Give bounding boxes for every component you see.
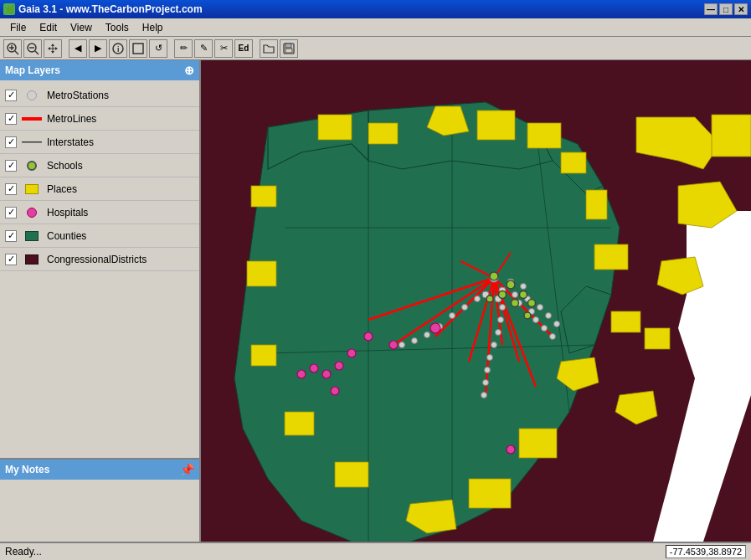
layer-icon-congressional: [20, 251, 44, 268]
svg-point-86: [500, 305, 506, 311]
svg-line-5: [35, 51, 39, 54]
svg-point-101: [486, 295, 493, 302]
add-layer-icon[interactable]: ⊕: [184, 64, 194, 77]
svg-point-88: [496, 330, 502, 336]
svg-point-76: [542, 326, 548, 331]
svg-point-87: [498, 317, 504, 323]
svg-point-98: [520, 291, 527, 299]
scissors-button[interactable]: ✂: [214, 39, 233, 58]
layer-checkbox-hospitals[interactable]: ✓: [5, 207, 17, 218]
layer-item-counties[interactable]: ✓ Counties: [0, 224, 199, 248]
save-button[interactable]: [280, 39, 298, 58]
svg-point-104: [364, 332, 373, 341]
map-area[interactable]: [201, 60, 751, 542]
menu-bar: File Edit View Tools Help: [0, 18, 751, 37]
main-content: Map Layers ⊕ ✓ MetroStations ✓ MetroLine…: [0, 60, 751, 542]
svg-point-81: [450, 313, 455, 319]
layer-item-hospitals[interactable]: ✓ Hospitals: [0, 201, 199, 224]
menu-help[interactable]: Help: [136, 20, 170, 35]
svg-point-85: [399, 342, 405, 348]
layer-checkbox-metrolines[interactable]: ✓: [5, 113, 17, 125]
close-button[interactable]: ✕: [734, 3, 748, 15]
zoom-out-button[interactable]: [23, 39, 42, 58]
maximize-button[interactable]: □: [719, 3, 733, 15]
layer-checkbox-congressional[interactable]: ✓: [5, 254, 17, 265]
coordinates-display: -77.4539,38.8972: [666, 545, 746, 558]
svg-point-107: [322, 370, 331, 378]
svg-rect-43: [251, 345, 276, 366]
status-ready: Ready...: [5, 546, 42, 557]
map-canvas[interactable]: [201, 60, 751, 542]
notes-content: [0, 480, 199, 542]
layer-name-schools: Schools: [47, 160, 83, 172]
svg-point-80: [462, 305, 468, 311]
select-button[interactable]: [129, 39, 147, 58]
svg-point-111: [507, 445, 515, 454]
svg-rect-47: [645, 328, 670, 349]
layer-name-hospitals: Hospitals: [47, 207, 88, 218]
layer-checkbox-counties[interactable]: ✓: [5, 230, 17, 242]
menu-edit[interactable]: Edit: [33, 20, 64, 35]
svg-rect-25: [318, 115, 352, 140]
svg-rect-29: [527, 123, 561, 148]
svg-point-108: [310, 364, 318, 372]
layer-name-congressional: CongressionalDistricts: [47, 254, 147, 265]
menu-view[interactable]: View: [64, 20, 99, 35]
info-button[interactable]: i: [109, 39, 127, 58]
title-bar: 🌿 Gaia 3.1 - www.TheCarbonProject.com — …: [0, 0, 751, 18]
status-bar: Ready... -77.4539,38.8972: [0, 542, 751, 560]
svg-rect-33: [712, 115, 751, 157]
svg-point-91: [485, 367, 491, 373]
svg-rect-28: [477, 110, 515, 140]
layer-checkbox-metrostations[interactable]: ✓: [5, 90, 17, 101]
svg-rect-9: [133, 44, 143, 54]
draw-button[interactable]: ✏: [174, 39, 193, 58]
svg-point-90: [487, 355, 493, 361]
notes-panel-title: My Notes: [5, 464, 49, 475]
layer-icon-hospitals: [20, 204, 44, 221]
menu-file[interactable]: File: [3, 20, 33, 35]
layer-item-congressional[interactable]: ✓ CongressionalDistricts: [0, 248, 199, 271]
refresh-button[interactable]: ↺: [149, 39, 167, 58]
svg-point-92: [483, 380, 489, 386]
layer-icon-places: [20, 181, 44, 198]
pan-button[interactable]: [44, 39, 62, 58]
menu-tools[interactable]: Tools: [99, 20, 136, 35]
edit-button[interactable]: ✎: [194, 39, 213, 58]
svg-point-77: [554, 321, 560, 327]
svg-point-103: [389, 341, 398, 349]
svg-rect-31: [586, 190, 607, 219]
layer-checkbox-interstates[interactable]: ✓: [5, 136, 17, 148]
back-button[interactable]: ◀: [69, 39, 87, 58]
svg-point-83: [424, 332, 430, 338]
svg-point-102: [430, 323, 440, 333]
svg-point-95: [507, 280, 515, 289]
notes-pin-icon[interactable]: 📌: [180, 463, 194, 476]
text-edit-button[interactable]: Ed: [234, 39, 253, 58]
svg-point-99: [528, 300, 536, 307]
svg-rect-36: [611, 311, 640, 332]
minimize-button[interactable]: —: [704, 3, 718, 15]
layer-checkbox-schools[interactable]: ✓: [5, 160, 17, 172]
layer-item-interstates[interactable]: ✓ Interstates: [0, 131, 199, 154]
open-button[interactable]: [260, 39, 278, 58]
layer-item-metrolines[interactable]: ✓ MetroLines: [0, 107, 199, 131]
svg-rect-26: [368, 123, 398, 144]
svg-rect-42: [285, 412, 314, 435]
forward-button[interactable]: ▶: [89, 39, 107, 58]
layer-name-places: Places: [47, 183, 77, 195]
layer-item-places[interactable]: ✓ Places: [0, 177, 199, 201]
svg-point-93: [481, 393, 487, 398]
layers-panel-title: Map Layers: [5, 64, 60, 76]
svg-point-69: [521, 284, 527, 290]
layer-checkbox-places[interactable]: ✓: [5, 183, 17, 195]
svg-point-106: [335, 362, 343, 370]
svg-line-1: [15, 51, 18, 54]
layer-item-metrostations[interactable]: ✓ MetroStations: [0, 84, 199, 107]
zoom-in-button[interactable]: [3, 39, 22, 58]
layer-item-schools[interactable]: ✓ Schools: [0, 154, 199, 177]
layer-icon-schools: [20, 157, 44, 174]
svg-point-75: [546, 313, 552, 319]
svg-rect-41: [335, 462, 368, 487]
layer-icon-metrostations: [20, 87, 44, 104]
